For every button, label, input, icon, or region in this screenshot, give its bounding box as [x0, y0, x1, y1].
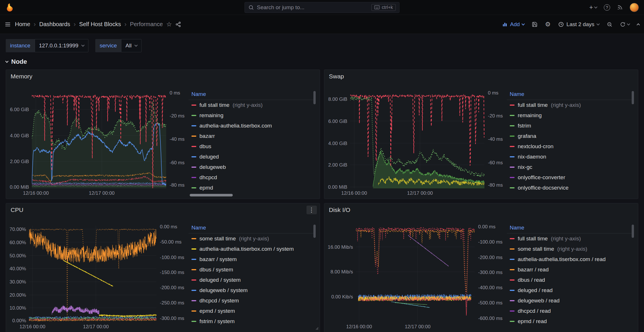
legend-header-name[interactable]: Name — [507, 224, 634, 233]
series-color-marker — [510, 321, 515, 322]
legend-horizontal-scrollbar-thumb[interactable] — [190, 194, 233, 196]
user-avatar[interactable] — [630, 3, 639, 12]
legend-item[interactable]: bazarr / system — [189, 254, 316, 265]
legend-item[interactable]: dhcpcd / read — [507, 306, 634, 316]
mega-menu-toggle[interactable] — [5, 21, 11, 28]
legend-item[interactable]: full stall time(right y-axis) — [507, 233, 634, 244]
zoom-out-button[interactable] — [607, 22, 612, 27]
variable-label-instance[interactable]: instance — [6, 39, 35, 52]
legend-item[interactable]: epmd — [189, 183, 316, 193]
legend-item[interactable]: onlyoffice-docservice — [507, 183, 634, 193]
panel-header[interactable]: Memory — [6, 70, 320, 83]
refresh-button[interactable] — [620, 22, 630, 27]
legend-item[interactable]: onlyoffice-converter — [507, 172, 634, 183]
legend-vertical-scrollbar-thumb[interactable] — [632, 91, 634, 104]
legend-item[interactable]: authelia-authelia.tiserbox.com / system — [189, 244, 316, 254]
legend-vertical-scrollbar-thumb[interactable] — [313, 91, 316, 104]
add-button[interactable]: Add — [502, 21, 524, 28]
legend-item[interactable]: deluged — [189, 152, 316, 162]
legend-item[interactable]: postgresql — [507, 193, 634, 196]
breadcrumb-folder[interactable]: Self Host Blocks — [79, 21, 121, 28]
legend-item[interactable]: full stall time(right y-axis) — [189, 100, 316, 110]
star-icon: ☆ — [166, 21, 172, 28]
legend-item[interactable]: bazarr / read — [507, 265, 634, 275]
legend-item[interactable]: fstrim / read — [507, 327, 634, 330]
legend-item[interactable]: fstrim / system — [189, 316, 316, 327]
breadcrumb-home[interactable]: Home — [15, 21, 30, 28]
legend-item[interactable]: nix-gc — [507, 162, 634, 172]
legend-item[interactable]: deluged / read — [507, 285, 634, 296]
variable-selected-value: All — [125, 43, 131, 49]
series-name: dbus / system — [199, 267, 233, 273]
swap-chart[interactable]: 12/16 00:0012/17 00:008.00 GiB6.00 GiB4.… — [327, 90, 503, 197]
legend-item[interactable]: nix-daemon — [507, 152, 634, 162]
legend-items: full stall time(right y-axis)remainingau… — [189, 100, 316, 196]
legend-item[interactable]: delugeweb / system — [189, 285, 316, 296]
dashboard-settings-button[interactable]: ⚙ — [545, 21, 551, 28]
legend-item[interactable]: dbus / read — [507, 275, 634, 285]
panel-resize-handle[interactable] — [315, 326, 319, 331]
legend-item[interactable]: dbus — [189, 141, 316, 152]
legend-item[interactable]: nextcloud-cron — [507, 141, 634, 152]
share-button[interactable] — [175, 22, 181, 27]
legend-header-name[interactable]: Name — [189, 90, 316, 100]
breadcrumb-dashboards[interactable]: Dashboards — [39, 21, 70, 28]
favorite-button[interactable]: ☆ — [166, 21, 172, 28]
legend-item[interactable]: remaining — [189, 110, 316, 121]
legend-item[interactable]: fstrim — [507, 121, 634, 131]
search-placeholder: Search or jump to... — [257, 4, 304, 11]
panel-body: 12/16 00:0012/17 00:008.00 GiB6.00 GiB4.… — [324, 83, 638, 199]
help-button[interactable]: ? — [604, 4, 610, 11]
chart-series-line — [29, 229, 156, 263]
legend-vertical-scrollbar-thumb[interactable] — [632, 225, 634, 238]
legend-item[interactable]: dbus / system — [189, 265, 316, 275]
shortcut-keys: ctrl+k — [382, 5, 393, 10]
legend-item[interactable]: epmd / read — [507, 316, 634, 327]
legend-item[interactable]: grafana — [507, 131, 634, 141]
legend-header-name[interactable]: Name — [189, 224, 316, 233]
y-axis-left-label: 40.00% — [9, 266, 26, 271]
save-dashboard-button[interactable] — [532, 22, 538, 27]
grafana-logo[interactable] — [5, 3, 14, 12]
legend-vertical-scrollbar-thumb[interactable] — [313, 225, 316, 238]
search-box[interactable]: Search or jump to... ctrl+k — [245, 2, 399, 13]
legend-item[interactable]: some stall time(right y-axis) — [507, 244, 634, 254]
memory-chart[interactable]: 12/16 00:0012/17 00:006.00 GiB4.00 GiB2.… — [9, 90, 185, 197]
legend-item[interactable]: delugeweb / read — [507, 296, 634, 306]
rss-icon — [617, 5, 623, 10]
legend-item[interactable]: full stall time(right y-axis) — [507, 100, 634, 110]
legend-item[interactable]: delugeweb — [189, 162, 316, 172]
legend-item[interactable]: remaining — [507, 110, 634, 121]
legend-item[interactable]: grafana / system — [189, 327, 316, 330]
breadcrumb-current[interactable]: Performance — [130, 21, 163, 28]
legend-item[interactable]: deluged / system — [189, 275, 316, 285]
series-color-marker — [510, 259, 515, 260]
news-button[interactable] — [617, 5, 623, 10]
panel-header[interactable]: CPU — [6, 203, 320, 217]
series-color-marker — [510, 146, 515, 147]
panel-menu-button[interactable]: ⋮ — [307, 206, 317, 214]
variable-label-service[interactable]: service — [95, 39, 121, 52]
variable-value-instance[interactable]: 127.0.0.1:19999 — [35, 39, 88, 52]
legend-item[interactable]: dhcpcd — [189, 172, 316, 183]
panel-swap: Swap 12/16 00:0012/17 00:008.00 GiB6.00 … — [324, 70, 638, 199]
panel-title: Memory — [11, 73, 32, 80]
new-button[interactable]: + — [589, 4, 597, 11]
legend-item[interactable]: some stall time(right y-axis) — [189, 233, 316, 244]
cpu-chart[interactable]: 12/16 00:0012/17 00:0070.00%60.00%50.00%… — [9, 224, 185, 331]
legend-item[interactable]: bazarr — [189, 131, 316, 141]
legend-item[interactable]: authelia-authelia.tiserbox.com / read — [507, 254, 634, 265]
legend-item[interactable]: epmd / system — [189, 306, 316, 316]
time-range-picker[interactable]: Last 2 days — [558, 21, 599, 28]
disk-io-chart[interactable]: 12/16 00:0012/17 00:0016.00 Mib/s8.00 Mi… — [327, 224, 503, 331]
legend-item[interactable]: authelia-authelia.tiserbox.com — [189, 121, 316, 131]
panel-header[interactable]: Disk I/O — [324, 203, 638, 217]
variable-value-service[interactable]: All — [121, 39, 141, 52]
chart-series-line — [63, 260, 113, 286]
row-node-toggle[interactable]: Node — [6, 58, 27, 65]
legend-header-name[interactable]: Name — [507, 90, 634, 100]
panel-header[interactable]: Swap — [324, 70, 638, 83]
collapse-controls-button[interactable] — [637, 23, 639, 26]
legend-item[interactable]: dhcpcd / system — [189, 296, 316, 306]
y-axis-left-label: 8.00 Mib/s — [331, 269, 353, 275]
